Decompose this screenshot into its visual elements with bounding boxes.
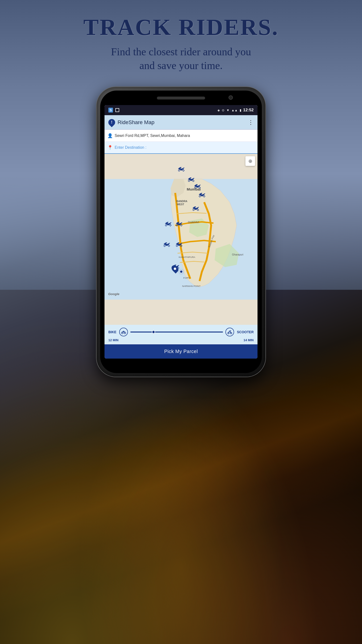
rider-marker-1: 🏍 [177, 164, 185, 173]
user-location-dot [180, 270, 183, 273]
vehicle-slider-container[interactable] [119, 328, 234, 336]
svg-point-11 [121, 332, 123, 334]
app-logo-icon [107, 118, 117, 127]
current-location-bar[interactable]: 👤 Sewri Ford Rd,MPT, Sewri,Mumbai, Mahar… [104, 130, 258, 142]
svg-text:WEST: WEST [177, 203, 184, 206]
app-header: RideShare Map ⋮ [104, 115, 258, 130]
locate-me-button[interactable]: ⊕ [245, 156, 255, 166]
scooter-label: SCOOTER [237, 330, 254, 334]
locate-icon: ⊕ [248, 158, 252, 164]
pick-parcel-button[interactable]: Pick My Parcel [104, 344, 258, 358]
bike-time: 12 MIN [108, 338, 118, 342]
title-section: TRACK RIDERS. Find the closest rider aro… [0, 10, 362, 77]
rider-marker-7: 🏍 [175, 219, 183, 228]
svg-text:BANDRA: BANDRA [176, 200, 188, 202]
menu-button[interactable]: ⋮ [248, 119, 254, 126]
rider-marker-8: 🏍 [163, 239, 170, 248]
phone-speaker [157, 96, 205, 100]
bike-icon-circle [119, 328, 128, 336]
status-left-icons: S [108, 108, 119, 112]
square-icon [115, 108, 119, 112]
person-icon: 👤 [107, 133, 113, 138]
status-right-icons: ◈ ⊙ ▼ ▲▲ ▮ 12:52 [217, 108, 254, 112]
phone-outer-frame: S ◈ ⊙ ▼ ▲▲ ▮ 12:52 RideShare Map [96, 87, 266, 377]
map-area[interactable]: Mumbai BANDRA WEST DHARAVI KAMATHIPURA F… [104, 154, 258, 325]
svg-point-12 [124, 332, 126, 334]
app-screen: S ◈ ⊙ ▼ ▲▲ ▮ 12:52 RideShare Map [104, 105, 258, 358]
bike-section: BIKE [108, 330, 116, 334]
destination-bar[interactable]: 📍 Enter Destination : [104, 142, 258, 154]
alarm-status-icon: ⊙ [222, 108, 224, 112]
svg-point-13 [123, 331, 124, 332]
svg-text:NARIMAN POINT: NARIMAN POINT [182, 285, 201, 287]
bottom-vehicle-panel: BIKE [104, 325, 258, 344]
status-time: 12:52 [243, 108, 254, 112]
rider-marker-9: 🏍 [175, 239, 183, 248]
phone-inner-frame: S ◈ ⊙ ▼ ▲▲ ▮ 12:52 RideShare Map [100, 90, 262, 373]
current-location-text: Sewri Ford Rd,MPT, Sewri,Mumbai, Mahara [115, 134, 255, 138]
app-icon: S [108, 108, 113, 112]
phone-device: S ◈ ⊙ ▼ ▲▲ ▮ 12:52 RideShare Map [96, 87, 266, 377]
main-title: TRACK RIDERS. [5, 14, 357, 40]
current-location-pin [172, 265, 178, 272]
rider-marker-6: 🏍 [164, 219, 172, 228]
signal-status-icon: ▲▲ [231, 108, 238, 112]
status-bar: S ◈ ⊙ ▼ ▲▲ ▮ 12:52 [104, 105, 258, 115]
sub-title: Find the closest rider around you and sa… [5, 45, 357, 72]
destination-pin-icon: 📍 [107, 145, 113, 150]
svg-text:Google: Google [108, 292, 119, 296]
phone-camera [229, 96, 233, 100]
destination-placeholder-text: Enter Destination : [115, 145, 255, 150]
svg-text:Gharapuri: Gharapuri [232, 253, 243, 256]
battery-status-icon: ▮ [240, 108, 241, 112]
app-title: RideShare Map [117, 119, 248, 126]
wifi-status-icon: ▼ [226, 108, 230, 112]
rider-marker-3: 🏍 [193, 181, 201, 190]
svg-text:KAMATHIPURA: KAMATHIPURA [179, 256, 195, 258]
scooter-section: SCOOTER [237, 330, 254, 334]
vehicle-times: 12 MIN 14 MIN [108, 338, 254, 342]
scooter-icon-circle [225, 328, 234, 336]
slider-track[interactable] [130, 332, 223, 332]
scooter-time: 14 MIN [244, 338, 254, 342]
vehicle-selector: BIKE [108, 328, 254, 336]
rider-marker-5: 🏍 [192, 203, 199, 212]
location-status-icon: ◈ [217, 108, 220, 112]
slider-thumb[interactable] [152, 330, 155, 334]
svg-text:FORT: FORT [183, 276, 190, 279]
bike-label: BIKE [108, 330, 116, 334]
rider-marker-4: 🏍 [198, 190, 206, 199]
svg-text:DHARAVI: DHARAVI [188, 221, 199, 224]
